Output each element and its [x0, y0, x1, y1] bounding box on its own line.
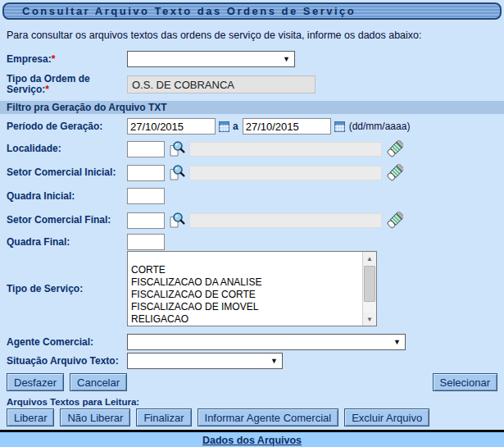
- tipo-servico-option[interactable]: [128, 252, 362, 264]
- quadra-final-input[interactable]: [127, 234, 165, 250]
- page-title-bar: Consultar Arquivo Texto das Ordens de Se…: [2, 2, 502, 20]
- tipo-servico-option[interactable]: FISCALIZACAO DA ANALISE: [128, 276, 362, 289]
- chevron-down-icon: ▼: [393, 338, 405, 346]
- listbox-scrollbar[interactable]: ▲ ▼: [362, 252, 376, 326]
- setor-inicial-label: Setor Comercial Inicial:: [7, 167, 127, 178]
- row-tipo-ordem: Tipo da Ordem de Serviço:* O.S. DE COBRA…: [7, 71, 504, 98]
- footer-band: Dados dos Arquivos: [0, 432, 504, 447]
- search-lookup-icon[interactable]: [168, 164, 185, 181]
- page-title: Consultar Arquivo Texto das Ordens de Se…: [22, 5, 356, 17]
- calendar-icon[interactable]: [219, 121, 229, 132]
- informar-agente-comercial-button[interactable]: Informar Agente Comercial: [198, 408, 339, 426]
- clear-eraser-icon[interactable]: [386, 164, 403, 181]
- setor-final-code-input[interactable]: [127, 212, 165, 229]
- periodo-fim-input[interactable]: [243, 118, 331, 135]
- row-setor-inicial: Setor Comercial Inicial:: [7, 164, 504, 181]
- row-periodo: Período de Geração: a (dd/mm/aaaa): [7, 118, 504, 135]
- tipo-servico-option[interactable]: CORTE: [128, 264, 362, 276]
- periodo-label: Período de Geração:: [7, 121, 127, 132]
- tipo-ordem-label: Tipo da Ordem de Serviço:*: [7, 74, 127, 95]
- tipo-servico-option[interactable]: RESTABELECIMENTO DE LIGACAO: [128, 326, 362, 326]
- selecionar-button[interactable]: Selecionar: [433, 373, 497, 391]
- nao-liberar-button[interactable]: Não Liberar: [60, 408, 130, 426]
- setor-inicial-description-field: [189, 166, 382, 180]
- tipo-servico-listbox[interactable]: CORTEFISCALIZACAO DA ANALISEFISCALIZACAO…: [127, 251, 377, 326]
- localidade-label: Localidade:: [7, 144, 127, 154]
- scroll-down-icon[interactable]: ▼: [363, 312, 376, 326]
- row-tipo-servico: Tipo de Serviço: CORTEFISCALIZACAO DA AN…: [7, 251, 504, 326]
- tipo-servico-label: Tipo de Serviço:: [7, 284, 127, 294]
- empresa-label: Empresa:*: [7, 54, 127, 65]
- row-situacao: Situação Arquivo Texto: ▼: [7, 353, 504, 369]
- tipo-servico-option[interactable]: RELIGACAO: [128, 313, 362, 326]
- tipo-servico-option[interactable]: FISCALIZACAO DE IMOVEL: [128, 301, 362, 313]
- localidade-description-field: [189, 142, 382, 157]
- liberar-button[interactable]: Liberar: [7, 408, 54, 426]
- leitura-section-label: Arquivos Textos para Leitura:: [7, 397, 497, 407]
- quadra-final-label: Quadra Final:: [7, 237, 127, 248]
- quadra-inicial-label: Quadra Inicial:: [7, 191, 127, 202]
- empresa-select[interactable]: ▼: [127, 51, 295, 67]
- filtro-section-header: Filtro pra Geração do Arquivo TXT: [0, 101, 504, 114]
- setor-final-description-field: [189, 213, 382, 228]
- row-agente: Agente Comercial: ▼: [7, 334, 504, 350]
- quadra-inicial-input[interactable]: [127, 188, 165, 204]
- tipo-servico-option[interactable]: FISCALIZACAO DE CORTE: [128, 289, 362, 301]
- agente-select[interactable]: ▼: [127, 334, 406, 350]
- chevron-down-icon: ▼: [283, 55, 294, 63]
- excluir-arquivo-button[interactable]: Excluir Arquivo: [344, 408, 429, 426]
- localidade-code-input[interactable]: [127, 141, 165, 157]
- periodo-inicio-input[interactable]: [127, 118, 216, 135]
- chevron-down-icon: ▼: [270, 357, 282, 365]
- cancelar-button[interactable]: Cancelar: [70, 373, 127, 391]
- situacao-label: Situação Arquivo Texto:: [7, 356, 127, 367]
- required-marker: *: [52, 53, 56, 65]
- search-lookup-icon[interactable]: [168, 140, 185, 157]
- search-lookup-icon[interactable]: [168, 212, 185, 229]
- action-button-row: Desfazer Cancelar Selecionar: [7, 373, 497, 391]
- tipo-servico-options: CORTEFISCALIZACAO DA ANALISEFISCALIZACAO…: [128, 252, 362, 326]
- row-localidade: Localidade:: [7, 140, 504, 157]
- row-empresa: Empresa:* ▼: [7, 51, 504, 67]
- situacao-select[interactable]: ▼: [127, 353, 283, 369]
- dados-dos-arquivos-link[interactable]: Dados dos Arquivos: [202, 435, 302, 446]
- required-marker: *: [45, 84, 49, 95]
- row-quadra-final: Quadra Final:: [7, 234, 504, 250]
- desfazer-button[interactable]: Desfazer: [7, 373, 64, 391]
- periodo-separator: a: [233, 121, 238, 132]
- row-setor-final: Setor Comercial Final:: [7, 212, 504, 229]
- row-quadra-inicial: Quadra Inicial:: [7, 188, 504, 204]
- date-format-hint: (dd/mm/aaaa): [349, 121, 411, 132]
- scrollbar-thumb[interactable]: [364, 266, 375, 302]
- agente-label: Agente Comercial:: [7, 337, 127, 348]
- setor-final-label: Setor Comercial Final:: [7, 215, 127, 226]
- intro-text: Para consultar os arquivos textos das or…: [7, 30, 497, 41]
- tipo-ordem-readonly-field: O.S. DE COBRANCA: [127, 75, 316, 94]
- finalizar-button[interactable]: Finalizar: [136, 408, 191, 426]
- scroll-up-icon[interactable]: ▲: [363, 252, 376, 265]
- leitura-button-row: Liberar Não Liberar Finalizar Informar A…: [7, 408, 497, 426]
- calendar-icon[interactable]: [334, 121, 345, 132]
- setor-inicial-code-input[interactable]: [127, 165, 165, 181]
- clear-eraser-icon[interactable]: [386, 140, 403, 157]
- clear-eraser-icon[interactable]: [386, 212, 403, 229]
